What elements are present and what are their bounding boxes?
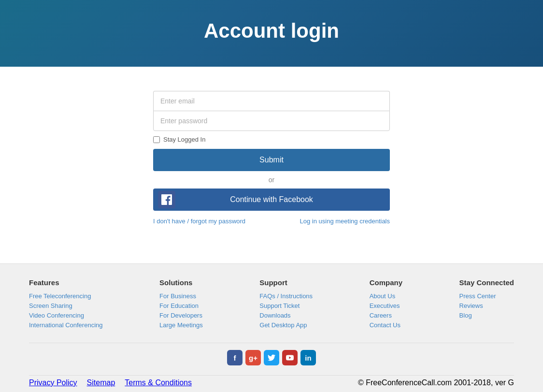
footer-solutions-heading: Solutions <box>159 278 203 287</box>
footer-link[interactable]: Get Desktop App <box>259 321 313 329</box>
facebook-social-icon[interactable]: f <box>227 350 243 365</box>
main-content: Stay Logged In Submit or Continue with F… <box>0 67 543 263</box>
google-social-icon[interactable]: g+ <box>245 350 261 365</box>
footer-features-heading: Features <box>29 278 103 287</box>
footer-link[interactable]: For Education <box>159 302 203 309</box>
footer-link[interactable]: Press Center <box>459 292 514 300</box>
footer-link[interactable]: Downloads <box>259 312 313 319</box>
footer-link[interactable]: Large Meetings <box>159 321 203 329</box>
footer-link[interactable]: Blog <box>459 312 514 319</box>
footer-solutions: Solutions For Business For Education For… <box>159 278 203 331</box>
footer-link[interactable]: Careers <box>370 312 402 319</box>
login-form: Stay Logged In Submit or Continue with F… <box>153 91 390 225</box>
submit-button[interactable]: Submit <box>153 149 390 171</box>
footer-support-heading: Support <box>259 278 313 287</box>
footer-link[interactable]: FAQs / Instructions <box>259 292 313 300</box>
facebook-button[interactable]: Continue with Facebook <box>153 189 390 211</box>
page-title: Account login <box>0 19 543 43</box>
stay-logged-row: Stay Logged In <box>153 136 390 143</box>
footer-link[interactable]: Reviews <box>459 302 514 309</box>
youtube-social-icon[interactable] <box>282 350 298 365</box>
footer-company-heading: Company <box>370 278 402 287</box>
links-row: I don't have / forgot my password Log in… <box>153 218 390 225</box>
footer-social: f g+ in <box>29 343 514 375</box>
footer-stay-connected: Stay Connected Press Center Reviews Blog <box>459 278 514 331</box>
footer-support: Support FAQs / Instructions Support Tick… <box>259 278 313 331</box>
footer-link[interactable]: Contact Us <box>370 321 402 329</box>
copyright-text: © FreeConferenceCall.com 2001-2018, ver … <box>358 378 514 387</box>
social-icons-row: f g+ in <box>29 350 514 365</box>
footer-link[interactable]: Executives <box>370 302 402 309</box>
footer-bottom-links: Privacy Policy Sitemap Terms & Condition… <box>29 378 192 387</box>
privacy-policy-link[interactable]: Privacy Policy <box>29 378 77 387</box>
facebook-icon <box>158 191 175 208</box>
terms-link[interactable]: Terms & Conditions <box>125 378 192 387</box>
facebook-button-label: Continue with Facebook <box>160 195 383 204</box>
meeting-credentials-link[interactable]: Log in using meeting credentials <box>300 218 390 225</box>
stay-logged-checkbox[interactable] <box>153 136 160 143</box>
footer-features: Features Free Teleconferencing Screen Sh… <box>29 278 103 331</box>
or-divider: or <box>153 176 390 184</box>
email-input[interactable] <box>153 91 390 111</box>
page-header: Account login <box>0 0 543 67</box>
footer-link[interactable]: About Us <box>370 292 402 300</box>
forgot-password-link[interactable]: I don't have / forgot my password <box>153 218 245 225</box>
footer-link[interactable]: For Developers <box>159 312 203 319</box>
footer-link[interactable]: Support Ticket <box>259 302 313 309</box>
footer-company: Company About Us Executives Careers Cont… <box>370 278 402 331</box>
twitter-social-icon[interactable] <box>264 350 279 365</box>
footer-columns: Features Free Teleconferencing Screen Sh… <box>29 278 514 343</box>
footer-stay-connected-heading: Stay Connected <box>459 278 514 287</box>
footer-link[interactable]: Screen Sharing <box>29 302 103 309</box>
footer-link[interactable]: International Conferencing <box>29 321 103 329</box>
footer-link[interactable]: For Business <box>159 292 203 300</box>
password-input[interactable] <box>153 111 390 131</box>
footer-bottom-row: Privacy Policy Sitemap Terms & Condition… <box>29 375 514 392</box>
footer-link[interactable]: Free Teleconferencing <box>29 292 103 300</box>
footer: Features Free Teleconferencing Screen Sh… <box>0 263 543 392</box>
sitemap-link[interactable]: Sitemap <box>87 378 115 387</box>
stay-logged-label: Stay Logged In <box>163 136 205 143</box>
linkedin-social-icon[interactable]: in <box>300 350 316 365</box>
footer-link[interactable]: Video Conferencing <box>29 312 103 319</box>
